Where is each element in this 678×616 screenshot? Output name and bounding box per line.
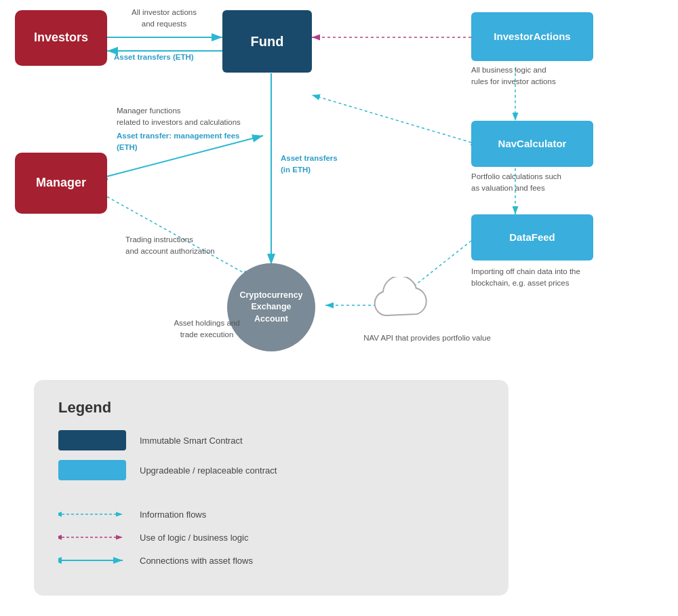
label-asset-transfers-eth: Asset transfers (ETH) <box>114 52 222 63</box>
legend-item-info-flow: Information flows <box>58 507 484 521</box>
legend-item-light: Upgradeable / replaceable contract <box>58 460 484 480</box>
legend-arrow-logic <box>58 531 126 544</box>
label-asset-transfer-mgmt: Asset transfer: management fees (ETH) <box>117 130 252 154</box>
label-all-business-logic: All business logic and rules for investo… <box>471 64 590 88</box>
legend-label-dark: Immutable Smart Contract <box>140 436 243 446</box>
legend-label-light: Upgradeable / replaceable contract <box>140 465 277 476</box>
label-asset-holdings: Asset holdings and trade execution <box>163 317 251 341</box>
legend-label-info-flow: Information flows <box>140 509 206 520</box>
label-manager-functions: Manager functions related to investors a… <box>117 105 249 129</box>
label-nav-api: NAV API that provides portfolio value <box>359 332 495 344</box>
diagram-area: Investors Fund InvestorActions NavCalcul… <box>0 0 678 393</box>
label-trading-instructions: Trading instructions and account authori… <box>125 234 234 258</box>
fund-box: Fund <box>222 10 312 73</box>
legend-label-logic-flow: Use of logic / business logic <box>140 533 248 543</box>
label-investor-actions: All investor actions and requests <box>110 7 218 31</box>
legend-swatch-light <box>58 460 126 480</box>
legend-swatch-dark <box>58 430 126 450</box>
label-portfolio-calcs: Portfolio calculations such as valuation… <box>471 171 590 195</box>
legend-item-dark: Immutable Smart Contract <box>58 430 484 450</box>
label-importing-offchain: Importing off chain data into the blockc… <box>471 266 600 290</box>
label-asset-transfers-in-eth: Asset transfers (in ETH) <box>281 153 348 176</box>
legend-title: Legend <box>58 399 484 417</box>
legend-item-asset-flow: Connections with asset flows <box>58 554 484 567</box>
svg-line-12 <box>312 95 471 142</box>
legend-area: Legend Immutable Smart Contract Upgradea… <box>34 380 509 596</box>
investors-box: Investors <box>15 10 107 66</box>
legend-label-asset-flow: Connections with asset flows <box>140 556 253 566</box>
legend-arrow-asset <box>58 554 126 567</box>
investor-actions-box: InvestorActions <box>471 12 593 61</box>
legend-item-logic-flow: Use of logic / business logic <box>58 531 484 544</box>
data-feed-box: DataFeed <box>471 214 593 261</box>
manager-box: Manager <box>15 153 107 214</box>
legend-arrow-info <box>58 507 126 521</box>
nav-calculator-box: NavCalculator <box>471 121 593 167</box>
cloud-shape <box>359 277 434 330</box>
